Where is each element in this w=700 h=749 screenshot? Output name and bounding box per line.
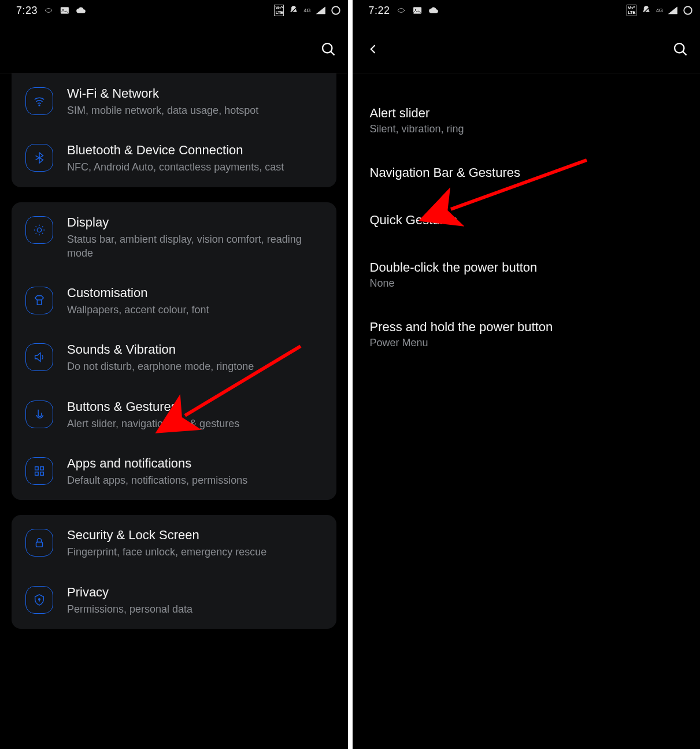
cloud-icon (76, 5, 86, 16)
item-title: Wi-Fi & Network (67, 86, 323, 101)
item-subtitle: SIM, mobile network, data usage, hotspot (67, 103, 323, 117)
gestures-list: Alert slider Silent, vibration, ring Nav… (353, 73, 701, 381)
app-header: Settings (0, 17, 348, 73)
volte-icon: Vo^LTE (627, 5, 636, 16)
item-double-click-power[interactable]: Double-click the power button None (370, 245, 683, 305)
item-title: Display (67, 215, 323, 230)
sound-icon (25, 343, 53, 371)
lock-icon (25, 529, 53, 557)
item-subtitle: Status bar, ambient display, vision comf… (67, 232, 323, 261)
svg-rect-12 (36, 542, 43, 547)
item-title: Double-click the power button (370, 260, 683, 275)
settings-item-privacy[interactable]: Privacy Permissions, personal data (12, 572, 336, 629)
svg-line-20 (683, 52, 687, 55)
settings-group: Security & Lock Screen Fingerprint, face… (12, 515, 336, 629)
search-button[interactable] (672, 41, 688, 60)
apps-icon (25, 457, 53, 485)
page-title: Settings (15, 40, 79, 60)
item-subtitle: Do not disturb, earphone mode, ringtone (67, 359, 323, 373)
signal-icon (668, 5, 678, 16)
battery-icon (683, 5, 693, 16)
svg-rect-9 (40, 467, 44, 470)
item-subtitle: Wallpapers, accent colour, font (67, 303, 323, 317)
search-button[interactable] (320, 41, 336, 60)
item-subtitle: Power Menu (370, 337, 683, 349)
app-header: Buttons & Gestures (353, 17, 701, 73)
item-quick-gestures[interactable]: Quick Gestures (370, 198, 683, 245)
signal-label: 4G (303, 8, 310, 13)
status-app-icon (43, 5, 54, 16)
left-screen: 7:23 Vo^LTE 4G Settings (0, 0, 348, 749)
svg-point-1 (62, 9, 64, 10)
settings-group: Wi-Fi & Network SIM, mobile network, dat… (12, 73, 336, 187)
wifi-icon (25, 87, 53, 115)
svg-point-4 (323, 43, 332, 53)
privacy-icon (25, 586, 53, 614)
item-title: Press and hold the power button (370, 320, 683, 335)
status-bar: 7:22 Vo^LTE 4G (353, 0, 701, 17)
svg-rect-11 (40, 472, 44, 476)
signal-icon (316, 5, 326, 16)
mute-icon (641, 5, 651, 16)
status-time: 7:23 (16, 5, 38, 17)
mute-icon (288, 5, 299, 16)
item-title: Quick Gestures (370, 213, 683, 228)
svg-rect-10 (35, 472, 38, 476)
settings-list: Wi-Fi & Network SIM, mobile network, dat… (0, 73, 348, 629)
item-subtitle: Permissions, personal data (67, 602, 323, 616)
page-title: Buttons & Gestures (392, 40, 545, 60)
customisation-icon (25, 287, 53, 314)
status-time: 7:22 (369, 5, 390, 17)
svg-point-6 (39, 105, 40, 106)
svg-point-19 (675, 43, 684, 53)
item-subtitle: Silent, vibration, ring (370, 123, 683, 135)
settings-item-bluetooth[interactable]: Bluetooth & Device Connection NFC, Andro… (12, 130, 336, 187)
item-subtitle: NFC, Android Auto, contactless payments,… (67, 160, 323, 174)
status-app-icon (396, 5, 406, 16)
item-title: Apps and notifications (67, 456, 323, 471)
svg-point-7 (37, 228, 41, 232)
image-icon (412, 5, 423, 16)
settings-item-security[interactable]: Security & Lock Screen Fingerprint, face… (12, 515, 336, 572)
item-title: Alert slider (370, 106, 683, 121)
settings-item-wifi[interactable]: Wi-Fi & Network SIM, mobile network, dat… (12, 73, 336, 130)
item-title: Privacy (67, 585, 323, 600)
item-subtitle: None (370, 277, 683, 290)
settings-item-buttons-gestures[interactable]: Buttons & Gestures Alert slider, navigat… (12, 387, 336, 443)
display-icon (25, 216, 53, 244)
item-alert-slider[interactable]: Alert slider Silent, vibration, ring (370, 91, 683, 150)
item-title: Customisation (67, 285, 323, 301)
item-subtitle: Default apps, notifications, permissions (67, 473, 323, 487)
svg-point-3 (332, 6, 340, 14)
item-subtitle: Fingerprint, face unlock, emergency resc… (67, 545, 323, 559)
bluetooth-icon (25, 144, 53, 172)
status-bar: 7:23 Vo^LTE 4G (0, 0, 348, 17)
settings-item-customisation[interactable]: Customisation Wallpapers, accent colour,… (12, 273, 336, 329)
svg-point-16 (414, 9, 416, 10)
back-button[interactable] (368, 43, 379, 57)
item-nav-bar[interactable]: Navigation Bar & Gestures (370, 150, 683, 198)
volte-icon: Vo^LTE (274, 5, 284, 16)
item-title: Buttons & Gestures (67, 399, 323, 414)
image-icon (60, 5, 70, 16)
screen-divider (348, 0, 353, 749)
item-title: Bluetooth & Device Connection (67, 143, 323, 158)
settings-item-display[interactable]: Display Status bar, ambient display, vis… (12, 202, 336, 273)
item-subtitle: Alert slider, navigation bar & gestures (67, 417, 323, 431)
svg-point-18 (684, 6, 692, 14)
item-title: Security & Lock Screen (67, 528, 323, 543)
item-title: Navigation Bar & Gestures (370, 165, 683, 180)
svg-line-5 (331, 52, 334, 55)
right-screen: 7:22 Vo^LTE 4G Buttons & Gestures (353, 0, 701, 749)
battery-icon (331, 5, 341, 16)
settings-group: Display Status bar, ambient display, vis… (12, 202, 336, 500)
gestures-icon (25, 401, 53, 428)
cloud-icon (428, 5, 439, 16)
svg-rect-8 (35, 467, 38, 470)
signal-label: 4G (656, 8, 663, 13)
item-title: Sounds & Vibration (67, 342, 323, 357)
item-hold-power[interactable]: Press and hold the power button Power Me… (370, 305, 683, 364)
settings-item-apps[interactable]: Apps and notifications Default apps, not… (12, 443, 336, 500)
settings-item-sounds[interactable]: Sounds & Vibration Do not disturb, earph… (12, 329, 336, 386)
